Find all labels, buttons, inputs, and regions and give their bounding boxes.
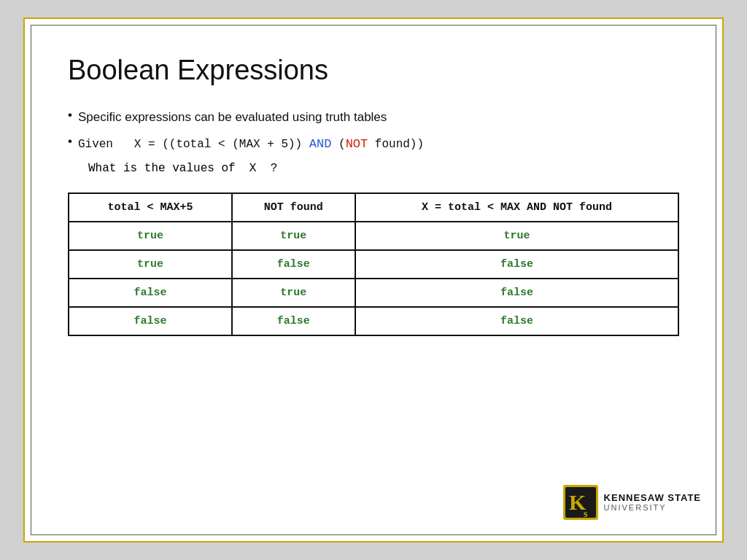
bullet-1: • Specific expressions can be evaluated … — [68, 108, 679, 127]
indent-text: What is the values of X ? — [88, 162, 277, 175]
bullet-text-2: Given X = ((total < (MAX + 5)) AND (NOT … — [78, 134, 424, 154]
table-row: false true false — [69, 279, 678, 307]
col-header-2: NOT found — [232, 193, 355, 222]
col-header-3: X = total < MAX AND NOT found — [355, 193, 678, 222]
slide-inner: Boolean Expressions • Specific expressio… — [31, 25, 716, 535]
cell-r2-c3: false — [355, 250, 678, 279]
bullet-dot-1: • — [68, 108, 72, 122]
table-row: true true true — [69, 222, 678, 250]
ksu-name: KENNESAW STATE — [604, 492, 701, 504]
cell-r1-c2: true — [232, 222, 355, 250]
table-row: true false false — [69, 250, 678, 279]
cell-r1-c3: true — [355, 222, 678, 250]
cell-r2-c1: true — [69, 250, 232, 279]
cell-r3-c3: false — [355, 279, 678, 307]
cell-r3-c1: false — [69, 279, 232, 307]
bullet2-suffix: found)) — [368, 138, 424, 151]
bullet-section: • Specific expressions can be evaluated … — [68, 108, 679, 175]
bullet-dot-2: • — [68, 134, 72, 149]
table-row: false false false — [69, 307, 678, 335]
cell-r2-c2: false — [232, 250, 355, 279]
and-keyword: AND — [309, 137, 332, 151]
bullet-2: • Given X = ((total < (MAX + 5)) AND (NO… — [68, 134, 679, 154]
bullet-text-1: Specific expressions can be evaluated us… — [78, 108, 387, 127]
ksu-sub: UNIVERSITY — [604, 503, 701, 513]
col-header-1: total < MAX+5 — [69, 193, 232, 222]
svg-text:s: s — [584, 508, 588, 519]
cell-r4-c1: false — [69, 307, 232, 335]
cell-r4-c2: false — [232, 307, 355, 335]
ksu-emblem-icon: K s — [563, 485, 598, 520]
slide-outer: Boolean Expressions • Specific expressio… — [23, 18, 724, 542]
cell-r3-c2: true — [232, 279, 355, 307]
truth-table: total < MAX+5 NOT found X = total < MAX … — [68, 192, 679, 336]
bullet2-prefix: Given X = ((total < (MAX + 5)) — [78, 138, 309, 151]
cell-r4-c3: false — [355, 307, 678, 335]
ksu-text: KENNESAW STATE UNIVERSITY — [604, 492, 701, 513]
table-header-row: total < MAX+5 NOT found X = total < MAX … — [69, 193, 678, 222]
indent-line: What is the values of X ? — [88, 160, 679, 175]
ksu-logo: K s KENNESAW STATE UNIVERSITY — [563, 485, 701, 520]
slide-title: Boolean Expressions — [68, 55, 679, 86]
bullet2-space: ( — [331, 138, 345, 151]
not-keyword: NOT — [346, 137, 368, 151]
cell-r1-c1: true — [69, 222, 232, 250]
